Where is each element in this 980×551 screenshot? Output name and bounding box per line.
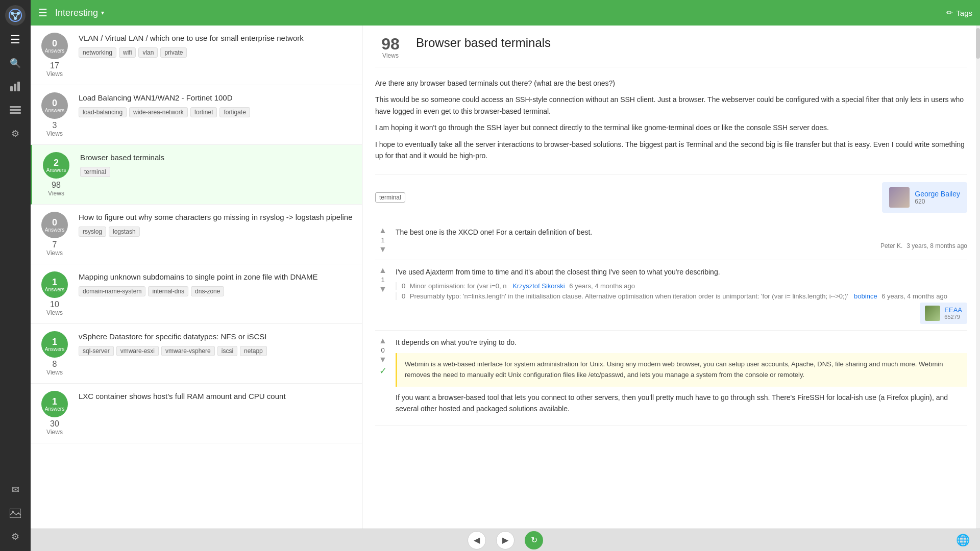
globe-button[interactable]: 🌐 — [956, 534, 970, 547]
question-content-bt: Browser based terminals terminal — [74, 152, 356, 177]
question-tags-bt: terminal — [80, 167, 356, 177]
tag-logstash[interactable]: logstash — [109, 227, 140, 237]
tag-fortigate[interactable]: fortigate — [219, 107, 250, 117]
back-button[interactable]: ◀ — [468, 531, 486, 549]
detail-header: 98 Views Browser based terminals — [375, 36, 967, 67]
upvote-btn-1[interactable]: ▲ — [379, 227, 387, 235]
sidebar-settings-icon[interactable]: ⚙ — [6, 124, 24, 143]
vote-count-1: 1 — [381, 236, 384, 244]
comment-2: 0 Presumably typo: 'n=links.length' in t… — [396, 292, 967, 300]
topbar-tags-button[interactable]: ✏ Tags — [946, 8, 972, 17]
question-tags-vlan: networking wifi vlan private — [79, 47, 356, 58]
question-content-vsphere: vSphere Datastore for specific datatypes… — [72, 331, 356, 356]
tag-fortinet[interactable]: fortinet — [190, 107, 217, 117]
answer-content-1: The best one is the XKCD one! For a cert… — [396, 227, 967, 254]
answer-content-3: It depends on what you're trying to do. … — [396, 337, 967, 419]
answer-label-vlan: Answers — [45, 48, 64, 54]
answer-footer-2: EEAA 65279 — [396, 303, 967, 324]
detail-title: Browser based terminals — [416, 36, 551, 50]
tag-wan[interactable]: wide-area-network — [129, 107, 188, 117]
tag-sql-server[interactable]: sql-server — [79, 346, 114, 356]
downvote-btn-3[interactable]: ▼ — [379, 356, 387, 364]
topbar: ☰ Interesting ▾ ✏ Tags — [31, 0, 980, 26]
forward-button[interactable]: ▶ — [496, 531, 514, 549]
comment-vote-0-2: 0 — [402, 292, 405, 300]
views-count-rsyslog: 7 Views — [46, 240, 63, 257]
refresh-button[interactable]: ↻ — [525, 531, 543, 549]
upvote-btn-2[interactable]: ▲ — [379, 266, 387, 274]
tag-netapp[interactable]: netapp — [240, 346, 267, 356]
tag-rsyslog[interactable]: rsyslog — [79, 227, 106, 237]
answer-count-rsyslog: 0 — [52, 218, 57, 227]
tag-vlan[interactable]: vlan — [138, 47, 158, 58]
scroll-indicator[interactable] — [976, 26, 980, 529]
detail-views-count: 98 — [381, 36, 400, 52]
answers-badge-dname: 1 Answers — [41, 271, 68, 298]
question-title-lxc: LXC container shows host's full RAM amou… — [79, 391, 356, 402]
svg-line-6 — [15, 13, 18, 18]
question-tag-terminal[interactable]: terminal — [375, 192, 405, 203]
tag-wifi[interactable]: wifi — [119, 47, 136, 58]
question-user-rep: 620 — [915, 198, 960, 205]
comment-1: 0 Minor optimisation: for (var i=0, n Kr… — [396, 282, 967, 290]
question-stats-bt: 2 Answers 98 Views — [38, 152, 74, 197]
answer-label-dname: Answers — [45, 287, 64, 292]
downvote-btn-2[interactable]: ▼ — [379, 285, 387, 293]
tag-dns[interactable]: domain-name-system — [79, 286, 145, 296]
sidebar-chart-icon[interactable] — [6, 78, 24, 96]
topbar-dropdown-icon[interactable]: ▾ — [101, 9, 104, 16]
tag-load-balancing[interactable]: load-balancing — [79, 107, 127, 117]
question-item-fortinet[interactable]: 0 Answers 3 Views Load Balancing WAN1/WA… — [31, 85, 362, 145]
question-content-rsyslog: How to figure out why some characters go… — [72, 212, 356, 237]
question-para-3: I am hoping it won't go through the SSH … — [375, 122, 967, 133]
question-item-vlan[interactable]: 0 Answers 17 Views VLAN / Virtual LAN / … — [31, 26, 362, 85]
tag-private[interactable]: private — [160, 47, 187, 58]
question-item-dname[interactable]: 1 Answers 10 Views Mapping unknown subdo… — [31, 264, 362, 324]
main-container: ☰ Interesting ▾ ✏ Tags 0 Answers 17 — [31, 0, 980, 551]
downvote-btn-1[interactable]: ▼ — [379, 245, 387, 254]
tag-internal-dns[interactable]: internal-dns — [148, 286, 188, 296]
svg-rect-11 — [10, 109, 21, 111]
answer-2-username: EEAA — [944, 306, 962, 314]
sidebar-image-icon[interactable] — [6, 504, 24, 522]
sidebar-search-icon[interactable]: 🔍 — [6, 54, 24, 72]
topbar-menu-icon[interactable]: ☰ — [38, 7, 47, 19]
tag-networking[interactable]: networking — [79, 47, 116, 58]
question-item-lxc[interactable]: 1 Answers 30 Views LXC container shows h… — [31, 384, 362, 443]
tag-vmware-vsphere[interactable]: vmware-vsphere — [161, 346, 215, 356]
answers-badge-bt: 2 Answers — [43, 152, 69, 179]
upvote-btn-3[interactable]: ▲ — [379, 337, 387, 345]
answer-label-fortinet: Answers — [45, 108, 64, 113]
tag-vmware-esxi[interactable]: vmware-esxi — [116, 346, 159, 356]
question-content-fortinet: Load Balancing WAN1/WAN2 - Fortinet 100D… — [72, 92, 356, 117]
answers-badge-lxc: 1 Answers — [41, 391, 68, 417]
question-user-name[interactable]: George Bailey — [915, 190, 960, 198]
app-logo[interactable] — [5, 5, 26, 26]
question-para-2: This would be so someone could access an… — [375, 94, 967, 117]
tag-terminal[interactable]: terminal — [80, 167, 110, 177]
question-tags-vsphere: sql-server vmware-esxi vmware-vsphere is… — [79, 346, 356, 356]
question-title-dname: Mapping unknown subdomains to single poi… — [79, 271, 356, 282]
question-item-vsphere[interactable]: 1 Answers 8 Views vSphere Datastore for … — [31, 324, 362, 384]
answers-section: ▲ 1 ▼ The best one is the XKCD one! For … — [375, 220, 967, 425]
tag-iscsi[interactable]: iscsi — [217, 346, 237, 356]
question-stats-fortinet: 0 Answers 3 Views — [37, 92, 72, 137]
question-item-rsyslog[interactable]: 0 Answers 7 Views How to figure out why … — [31, 205, 362, 264]
question-title-vlan: VLAN / Virtual LAN / which one to use fo… — [79, 33, 356, 43]
question-stats-lxc: 1 Answers 30 Views — [37, 391, 72, 436]
sidebar-menu-icon[interactable]: ☰ — [6, 31, 24, 49]
answers-badge-vlan: 0 Answers — [41, 33, 68, 59]
question-item-browser-terminals[interactable]: 2 Answers 98 Views Browser based termina… — [31, 145, 362, 205]
sidebar-mail-icon[interactable]: ✉ — [6, 481, 24, 499]
answer-text-2: I've used Ajaxterm from time to time and… — [396, 266, 967, 278]
answer-blockquote: Webmin is a web-based interface for syst… — [396, 353, 967, 387]
accepted-check: ✓ — [379, 365, 387, 377]
sidebar-list-icon[interactable] — [6, 101, 24, 119]
answer-label-rsyslog: Answers — [45, 227, 64, 233]
tag-dns-zone[interactable]: dns-zone — [191, 286, 224, 296]
topbar-title-text: Interesting — [55, 8, 98, 18]
sidebar-settings2-icon[interactable]: ⚙ — [6, 528, 24, 546]
comment-vote-0-1: 0 — [402, 282, 405, 290]
detail-views-label: Views — [382, 52, 399, 59]
bottombar: ◀ ▶ ↻ 🌐 — [31, 529, 980, 551]
